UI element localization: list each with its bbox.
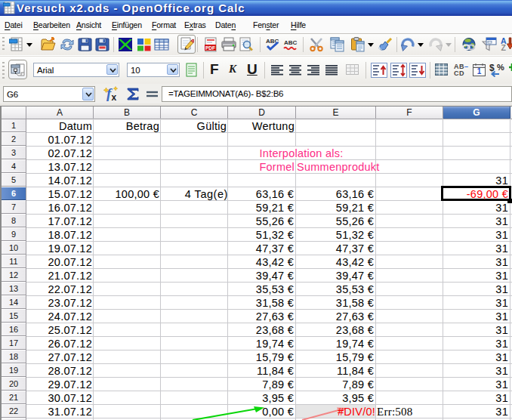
svg-text:PDF: PDF [205,45,215,51]
svg-text:%: % [497,63,504,72]
svg-text:1: 1 [477,67,482,76]
svg-text:ABC: ABC [284,39,298,46]
svg-text:Z: Z [501,43,507,51]
svg-text:x: x [112,92,117,103]
